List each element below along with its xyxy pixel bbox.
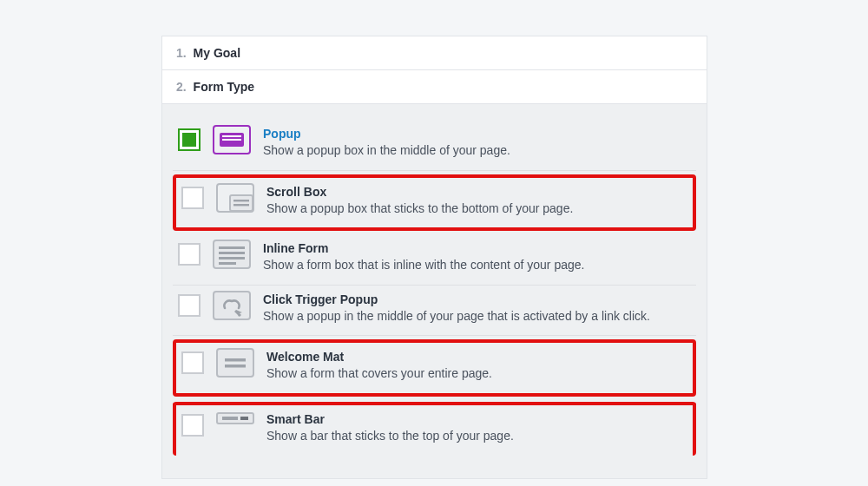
svg-rect-15 (225, 358, 246, 362)
svg-rect-11 (219, 257, 245, 259)
option-desc: Show a popup in the middle of your page … (263, 308, 691, 325)
step-label: My Goal (194, 46, 240, 60)
click-trigger-icon (213, 291, 251, 320)
option-title: Scroll Box (266, 185, 687, 199)
option-desc: Show a bar that sticks to the top of you… (266, 428, 687, 445)
option-title: Welcome Mat (266, 350, 687, 364)
svg-rect-2 (222, 135, 241, 137)
step-number: 2. (176, 80, 187, 94)
option-inline-form[interactable]: Inline Form Show a form box that is inli… (173, 234, 696, 286)
option-checkbox[interactable] (181, 351, 204, 374)
step-my-goal[interactable]: 1. My Goal (162, 36, 707, 70)
svg-rect-18 (222, 417, 238, 420)
form-type-options: Popup Show a popup box in the middle of … (162, 104, 707, 478)
svg-rect-6 (233, 200, 249, 201)
svg-rect-14 (217, 349, 253, 377)
option-desc: Show a form that covers your entire page… (266, 365, 687, 383)
step-label: Form Type (194, 80, 255, 94)
option-desc: Show a popup box that sticks to the bott… (266, 200, 687, 218)
svg-rect-5 (230, 195, 253, 211)
option-checkbox[interactable] (178, 243, 201, 266)
inline-form-icon (213, 240, 251, 269)
option-desc: Show a form box that is inline with the … (263, 257, 691, 274)
option-checkbox[interactable] (181, 187, 204, 209)
step-number: 1. (176, 46, 187, 60)
smart-bar-icon (216, 410, 254, 426)
option-title: Smart Bar (266, 412, 687, 426)
option-click-trigger[interactable]: Click Trigger Popup Show a popup in the … (173, 286, 696, 337)
welcome-mat-icon (216, 348, 254, 378)
svg-rect-19 (240, 417, 248, 420)
option-title: Click Trigger Popup (263, 292, 691, 306)
scroll-box-icon (216, 183, 254, 213)
option-welcome-mat[interactable]: Welcome Mat Show a form that covers your… (173, 339, 696, 397)
svg-rect-7 (233, 204, 249, 206)
svg-rect-3 (222, 139, 241, 141)
popup-icon (213, 125, 251, 154)
option-smart-bar[interactable]: Smart Bar Show a bar that sticks to the … (173, 402, 696, 456)
svg-rect-10 (219, 252, 245, 254)
option-desc: Show a popup box in the middle of your p… (263, 142, 691, 160)
option-checkbox[interactable] (181, 414, 204, 437)
form-wizard-panel: 1. My Goal 2. Form Type Popup Show a pop… (161, 36, 707, 479)
option-popup[interactable]: Popup Show a popup box in the middle of … (173, 120, 696, 171)
option-title: Inline Form (263, 241, 691, 255)
option-checkbox[interactable] (178, 128, 201, 151)
option-checkbox[interactable] (178, 294, 201, 317)
svg-rect-12 (219, 262, 236, 265)
option-title: Popup (263, 127, 691, 141)
option-scroll-box[interactable]: Scroll Box Show a popup box that sticks … (173, 174, 696, 232)
svg-rect-16 (225, 364, 246, 368)
svg-rect-9 (219, 246, 245, 249)
svg-rect-13 (214, 292, 250, 319)
step-form-type[interactable]: 2. Form Type (162, 70, 707, 104)
